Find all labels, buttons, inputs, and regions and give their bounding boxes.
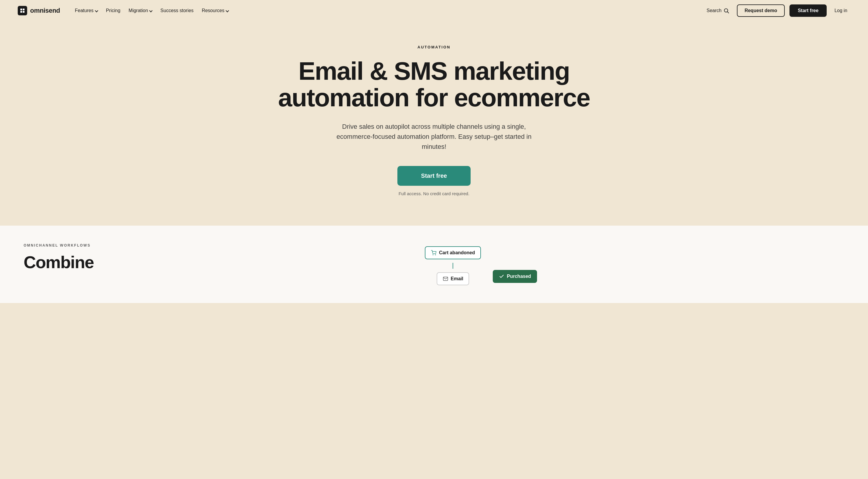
hero-section: AUTOMATION Email & SMS marketing automat…: [0, 21, 868, 226]
nav-pricing[interactable]: Pricing: [103, 6, 123, 15]
lower-title: Combine: [24, 253, 94, 271]
email-card: Email: [437, 272, 469, 285]
brand-name: omnisend: [30, 7, 60, 14]
connector-line: [453, 263, 453, 269]
purchased-card: Purchased: [493, 270, 537, 283]
nav-migration[interactable]: Migration: [126, 6, 155, 15]
start-free-nav-button[interactable]: Start free: [789, 4, 827, 17]
nav-resources[interactable]: Resources: [199, 6, 231, 15]
hero-eyebrow: AUTOMATION: [417, 45, 451, 49]
nav-links: Features Pricing Migration Success stori…: [72, 6, 231, 15]
svg-rect-1: [23, 8, 25, 10]
chevron-down-icon: [95, 9, 98, 12]
nav-success-stories[interactable]: Success stories: [157, 6, 196, 15]
login-link[interactable]: Log in: [831, 6, 850, 15]
chevron-down-icon: [149, 9, 153, 12]
svg-rect-3: [23, 11, 25, 13]
start-free-hero-button[interactable]: Start free: [397, 166, 471, 186]
purchased-icon: [499, 273, 504, 279]
navbar-right: Search Request demo Start free Log in: [704, 4, 850, 17]
svg-line-5: [727, 12, 729, 13]
workflow-area: Cart abandoned Email Purchased: [118, 243, 844, 285]
logo[interactable]: omnisend: [18, 6, 60, 16]
svg-point-6: [433, 255, 433, 255]
cart-icon: [431, 250, 437, 256]
chevron-down-icon: [225, 9, 229, 12]
navbar: omnisend Features Pricing Migration: [0, 0, 868, 21]
svg-rect-2: [20, 11, 22, 13]
nav-features[interactable]: Features: [72, 6, 101, 15]
hero-subtitle: Drive sales on autopilot across multiple…: [334, 122, 534, 152]
search-button[interactable]: Search: [704, 6, 732, 16]
email-icon: [442, 276, 448, 282]
svg-rect-0: [20, 8, 22, 10]
logo-icon: [18, 6, 27, 16]
search-icon: [723, 8, 729, 13]
hero-disclaimer: Full access. No credit card required.: [399, 191, 469, 196]
logo-symbol: [20, 8, 25, 13]
navbar-left: omnisend Features Pricing Migration: [18, 6, 231, 16]
hero-title: Email & SMS marketing automation for eco…: [278, 58, 590, 111]
lower-eyebrow: OMNICHANNEL WORKFLOWS: [24, 243, 94, 247]
cart-abandoned-card: Cart abandoned: [425, 246, 481, 259]
workflow-column: Cart abandoned Email: [425, 246, 481, 285]
lower-left: OMNICHANNEL WORKFLOWS Combine: [24, 243, 94, 271]
lower-section: OMNICHANNEL WORKFLOWS Combine Cart aband…: [0, 226, 868, 303]
request-demo-button[interactable]: Request demo: [737, 4, 785, 17]
svg-point-7: [435, 255, 436, 255]
